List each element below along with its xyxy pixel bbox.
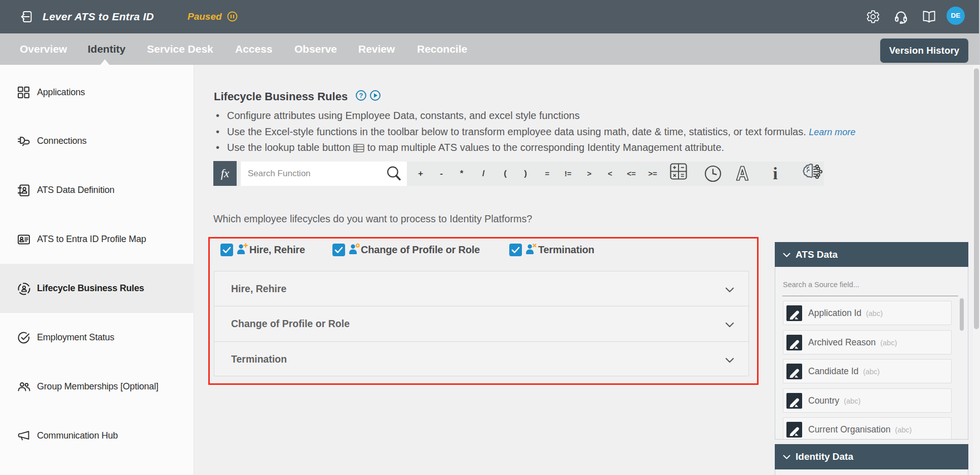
svg-text:i: i <box>773 164 777 182</box>
svg-text:?: ? <box>359 92 363 99</box>
